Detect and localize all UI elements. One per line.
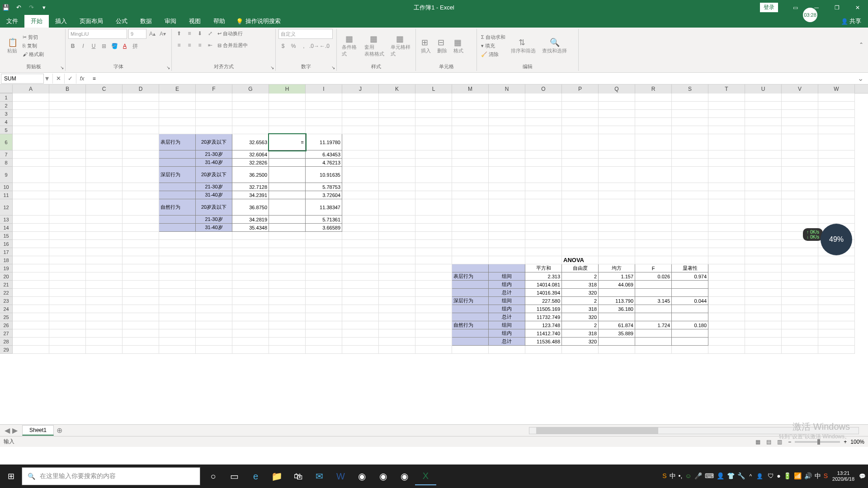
- cell[interactable]: 21-30岁: [196, 150, 232, 159]
- cell[interactable]: [708, 159, 745, 167]
- paste-button[interactable]: 📋 粘贴: [5, 37, 19, 55]
- row-header[interactable]: 25: [0, 313, 13, 321]
- cell[interactable]: 11732.749: [525, 313, 562, 321]
- cell[interactable]: [86, 297, 123, 305]
- cell[interactable]: [525, 240, 562, 248]
- col-header[interactable]: V: [782, 84, 818, 94]
- row-header[interactable]: 2: [0, 102, 13, 110]
- cell[interactable]: [745, 159, 782, 167]
- cell[interactable]: 自由度: [562, 264, 599, 272]
- cell[interactable]: [49, 94, 86, 102]
- cell[interactable]: [196, 297, 232, 305]
- cell[interactable]: 36.8750: [232, 199, 269, 216]
- cell[interactable]: [635, 305, 672, 313]
- cell[interactable]: [818, 272, 855, 281]
- cell[interactable]: [782, 313, 818, 321]
- cell[interactable]: [306, 305, 342, 313]
- cell[interactable]: [415, 199, 452, 216]
- cell[interactable]: [599, 199, 635, 216]
- cell[interactable]: [49, 110, 86, 118]
- autosum-button[interactable]: Σ自动求和: [480, 33, 507, 41]
- cell[interactable]: [745, 102, 782, 110]
- cell[interactable]: [13, 110, 49, 118]
- cell[interactable]: 11505.169: [525, 305, 562, 313]
- cell[interactable]: [13, 346, 49, 354]
- cell[interactable]: [13, 191, 49, 199]
- ime-tool-icon[interactable]: 🔧: [737, 472, 745, 480]
- cell[interactable]: [672, 183, 708, 191]
- tab-help[interactable]: 帮助: [207, 15, 231, 28]
- cell[interactable]: [452, 199, 489, 216]
- number-format-select[interactable]: [278, 29, 333, 39]
- enter-formula-icon[interactable]: ✓: [64, 74, 76, 84]
- cell[interactable]: 20岁及以下: [196, 199, 232, 216]
- dialog-launcher-icon[interactable]: ↘: [166, 65, 170, 70]
- cell[interactable]: 11536.488: [525, 338, 562, 346]
- cell[interactable]: [452, 110, 489, 118]
- cell[interactable]: [415, 126, 452, 134]
- cell[interactable]: 36.2500: [232, 167, 269, 183]
- cell[interactable]: [13, 272, 49, 281]
- cell[interactable]: [415, 134, 452, 150]
- cell[interactable]: [672, 102, 708, 110]
- cell[interactable]: 113.790: [599, 297, 635, 305]
- prev-sheet-icon[interactable]: ◀: [5, 426, 10, 435]
- cell[interactable]: [745, 191, 782, 199]
- cell[interactable]: 35.4348: [232, 224, 269, 232]
- cell[interactable]: [159, 297, 196, 305]
- col-header[interactable]: S: [672, 84, 708, 94]
- cell[interactable]: [818, 94, 855, 102]
- cell[interactable]: [123, 183, 159, 191]
- cell[interactable]: [269, 191, 306, 199]
- row-header[interactable]: 24: [0, 305, 13, 313]
- cell[interactable]: [745, 167, 782, 183]
- cell[interactable]: 0.026: [635, 272, 672, 281]
- expand-formula-bar-icon[interactable]: ⌄: [853, 74, 868, 83]
- cell[interactable]: [86, 346, 123, 354]
- cell[interactable]: [196, 232, 232, 240]
- maximize-icon[interactable]: ❐: [826, 0, 847, 15]
- align-middle-icon[interactable]: ≡: [185, 29, 194, 38]
- cell[interactable]: [123, 248, 159, 256]
- cell[interactable]: [489, 264, 525, 272]
- cell[interactable]: [379, 102, 415, 110]
- name-box-dropdown-icon[interactable]: ▾: [44, 74, 50, 83]
- windows-search-input[interactable]: 🔍 在这里输入你要搜索的内容: [22, 467, 200, 485]
- cell[interactable]: [635, 118, 672, 126]
- cell[interactable]: [489, 94, 525, 102]
- cell[interactable]: [562, 232, 599, 240]
- cell[interactable]: [635, 150, 672, 159]
- cell[interactable]: [342, 102, 379, 110]
- cell[interactable]: [123, 338, 159, 346]
- cell[interactable]: [379, 346, 415, 354]
- cell[interactable]: [49, 346, 86, 354]
- cell[interactable]: [452, 102, 489, 110]
- cell[interactable]: [818, 305, 855, 313]
- cell[interactable]: [379, 321, 415, 329]
- collapse-ribbon-icon[interactable]: ⌃: [859, 42, 863, 48]
- sheet-tab[interactable]: Sheet1: [22, 425, 54, 436]
- cell[interactable]: [123, 346, 159, 354]
- col-header[interactable]: A: [13, 84, 49, 94]
- tray-expand-icon[interactable]: ^: [750, 473, 752, 479]
- format-table-button[interactable]: ▦套用 表格格式: [362, 33, 387, 58]
- comma-icon[interactable]: ,: [299, 42, 308, 51]
- cell[interactable]: [745, 150, 782, 159]
- cell[interactable]: [525, 134, 562, 150]
- cell[interactable]: 0.180: [672, 321, 708, 329]
- cell[interactable]: [708, 305, 745, 313]
- cell[interactable]: [562, 183, 599, 191]
- app-icon[interactable]: ◉: [394, 467, 415, 485]
- cell[interactable]: [635, 338, 672, 346]
- border-button[interactable]: ⊞: [99, 42, 108, 51]
- cell[interactable]: [159, 110, 196, 118]
- sort-filter-button[interactable]: ⇅排序和筛选: [509, 37, 538, 55]
- cell[interactable]: 20岁及以下: [196, 167, 232, 183]
- cell[interactable]: [49, 224, 86, 232]
- cell[interactable]: [196, 289, 232, 297]
- cell[interactable]: [232, 94, 269, 102]
- align-center-icon[interactable]: ≡: [185, 41, 194, 50]
- cell[interactable]: [635, 248, 672, 256]
- cell[interactable]: [745, 338, 782, 346]
- cell[interactable]: [196, 256, 232, 264]
